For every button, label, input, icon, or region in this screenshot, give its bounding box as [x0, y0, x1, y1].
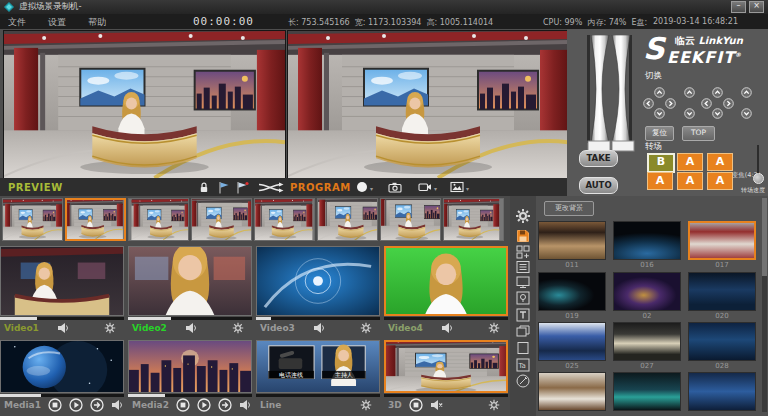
filmstrip-thumb-4[interactable]	[191, 198, 252, 241]
settings-icon[interactable]	[515, 208, 531, 224]
pad-2-down-button[interactable]	[684, 104, 695, 115]
video-source-thumb-2[interactable]	[128, 246, 252, 316]
monitor-icon[interactable]	[515, 274, 531, 290]
video-source-thumb-4[interactable]	[384, 246, 508, 316]
video-source-thumb-3[interactable]	[256, 246, 380, 316]
media-stop-button-1[interactable]	[48, 398, 62, 412]
pad-4-down-button[interactable]	[741, 104, 752, 115]
filmstrip-thumb-2[interactable]	[65, 198, 126, 241]
record-caret-icon[interactable]: ▾	[370, 185, 373, 192]
media-next-button-1[interactable]	[90, 398, 104, 412]
signature-icon[interactable]	[515, 373, 531, 389]
video-settings-icon-4[interactable]	[488, 322, 500, 334]
pad-1-left-button[interactable]	[643, 94, 654, 105]
video-settings-icon-2[interactable]	[232, 322, 244, 334]
media-source-thumb-2[interactable]	[128, 340, 252, 393]
filmstrip-thumb-8[interactable]	[443, 198, 504, 241]
lock-icon[interactable]	[198, 181, 210, 193]
pad-2-up-button[interactable]	[684, 83, 695, 94]
scene-thumb-02[interactable]	[613, 272, 681, 311]
media-play-button-1[interactable]	[69, 398, 83, 412]
media-speaker-button-2[interactable]	[239, 399, 252, 411]
image-output-caret-icon[interactable]: ▾	[466, 185, 469, 192]
menu-file[interactable]: 文件	[8, 16, 26, 29]
scene-thumb-016[interactable]	[613, 221, 681, 260]
media-next-button-2[interactable]	[218, 398, 232, 412]
video-speaker-icon-3[interactable]	[313, 322, 326, 334]
wipe-flag-icon[interactable]	[218, 181, 230, 194]
program-monitor[interactable]	[287, 30, 569, 179]
text-tool-icon[interactable]: Ta	[515, 357, 531, 373]
pad-3-down-button[interactable]	[712, 104, 723, 115]
minimize-button[interactable]: –	[731, 1, 746, 13]
media-settings-icon-3[interactable]	[360, 399, 372, 411]
transition-b-1-button[interactable]: B	[647, 153, 675, 173]
snapshot-camera-button[interactable]	[388, 181, 402, 193]
filmstrip-thumb-6[interactable]	[317, 198, 378, 241]
scene-grid-icon[interactable]	[515, 244, 531, 260]
swap-preview-program-button[interactable]	[258, 182, 284, 193]
media-stop-button-2[interactable]	[176, 398, 190, 412]
scene-thumb-027[interactable]	[613, 322, 681, 361]
t-bar-fader[interactable]	[579, 35, 641, 153]
pad-4-up-button[interactable]	[741, 83, 752, 94]
media-stop-button-4[interactable]	[409, 398, 423, 412]
filmstrip-thumb-7[interactable]	[380, 198, 441, 241]
pad-3-up-button[interactable]	[712, 83, 723, 94]
menu-help[interactable]: 帮助	[88, 16, 106, 29]
top-button[interactable]: TOP	[682, 126, 715, 141]
video-capture-caret-icon[interactable]: ▾	[434, 185, 437, 192]
save-icon[interactable]	[515, 228, 531, 244]
change-background-button[interactable]: 更改背景	[544, 201, 594, 216]
video-speaker-icon-4[interactable]	[441, 322, 454, 334]
video-speaker-icon-2[interactable]	[185, 322, 198, 334]
media-settings-icon-4[interactable]	[488, 399, 500, 411]
scene-scrollbar[interactable]	[762, 198, 767, 412]
media-source-thumb-4[interactable]	[384, 340, 508, 393]
close-button[interactable]: ×	[749, 1, 764, 13]
video-speaker-icon-1[interactable]	[57, 322, 70, 334]
transition-a-4-button[interactable]: A	[647, 172, 673, 190]
reset-button[interactable]: 复位	[645, 126, 674, 141]
preview-monitor[interactable]	[3, 30, 286, 179]
scene-thumb-011[interactable]	[538, 221, 606, 260]
media-source-thumb-1[interactable]	[0, 340, 124, 393]
scene-thumb-017[interactable]	[688, 221, 756, 260]
layers-icon[interactable]	[515, 323, 531, 339]
title-text-icon[interactable]	[515, 307, 531, 323]
pad-1-down-button[interactable]	[654, 104, 665, 115]
media-speaker-muted-button-4[interactable]	[430, 399, 443, 411]
filmstrip-thumb-3[interactable]	[128, 198, 189, 241]
record-button[interactable]	[356, 181, 368, 193]
pad-3-right-button[interactable]	[723, 94, 734, 105]
pad-3-left-button[interactable]	[701, 94, 712, 105]
media-play-button-2[interactable]	[197, 398, 211, 412]
menu-settings[interactable]: 设置	[48, 16, 66, 29]
blank-doc-icon[interactable]	[515, 340, 531, 356]
take-button[interactable]: TAKE	[579, 150, 618, 167]
lighting-icon[interactable]	[515, 290, 531, 306]
playlist-icon[interactable]	[515, 259, 531, 275]
media-speaker-button-1[interactable]	[111, 399, 124, 411]
scene-scrollbar-thumb[interactable]	[762, 198, 767, 276]
scene-thumb-row4-2[interactable]	[613, 372, 681, 411]
video-settings-icon-1[interactable]	[104, 322, 116, 334]
video-capture-button[interactable]	[418, 181, 432, 193]
scene-thumb-019[interactable]	[538, 272, 606, 311]
transition-a-3-button[interactable]: A	[707, 153, 733, 171]
transition-speed-knob[interactable]	[753, 173, 764, 184]
video-settings-icon-3[interactable]	[360, 322, 372, 334]
scene-thumb-row4-1[interactable]	[538, 372, 606, 411]
video-source-thumb-1[interactable]	[0, 246, 124, 316]
pad-1-right-button[interactable]	[665, 94, 676, 105]
filmstrip-thumb-1[interactable]	[2, 198, 63, 241]
scene-thumb-025[interactable]	[538, 322, 606, 361]
image-output-button[interactable]	[450, 181, 464, 193]
media-source-thumb-3[interactable]	[256, 340, 380, 393]
auto-button[interactable]: AUTO	[579, 177, 618, 194]
scene-thumb-020[interactable]	[688, 272, 756, 311]
wipe-flag-alert-icon[interactable]	[236, 181, 249, 194]
scene-thumb-028[interactable]	[688, 322, 756, 361]
filmstrip-thumb-5[interactable]	[254, 198, 315, 241]
transition-a-2-button[interactable]: A	[677, 153, 703, 171]
